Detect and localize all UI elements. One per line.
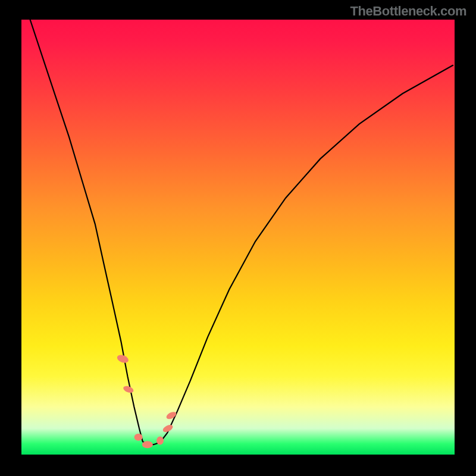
data-marker	[165, 411, 178, 421]
data-marker	[116, 353, 130, 364]
chart-container: TheBottleneck.com	[0, 0, 476, 476]
curve-layer	[21, 20, 455, 455]
data-marker	[156, 437, 164, 445]
data-markers	[116, 353, 177, 448]
watermark-label: TheBottleneck.com	[350, 4, 466, 19]
bottleneck-curve	[30, 20, 453, 444]
plot-area	[21, 20, 455, 455]
data-marker	[134, 434, 143, 441]
data-marker	[123, 385, 134, 394]
data-marker	[142, 441, 153, 448]
